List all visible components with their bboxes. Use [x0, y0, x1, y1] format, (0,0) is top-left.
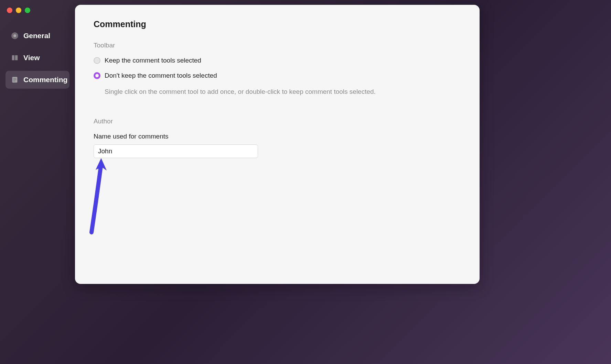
sidebar-item-label: Commenting — [23, 76, 67, 84]
maximize-button[interactable] — [25, 8, 30, 13]
svg-rect-4 — [13, 79, 16, 80]
sidebar-item-label: View — [23, 54, 40, 62]
svg-rect-0 — [12, 55, 14, 60]
svg-rect-3 — [13, 78, 16, 79]
close-button[interactable] — [7, 8, 12, 13]
main-panel: Commenting Toolbar Keep the comment tool… — [75, 5, 480, 284]
radio-indicator — [94, 57, 100, 64]
radio-keep-selected[interactable]: Keep the comment tools selected — [94, 57, 461, 64]
svg-rect-5 — [13, 81, 15, 81]
sidebar-item-commenting[interactable]: Commenting — [6, 71, 69, 89]
author-name-label: Name used for comments — [94, 133, 461, 140]
author-name-input[interactable] — [94, 144, 258, 158]
preferences-window: General View Commenting — [0, 0, 484, 289]
sidebar: General View Commenting — [0, 0, 75, 289]
author-section-heading: Author — [94, 118, 461, 125]
radio-indicator-checked — [94, 72, 100, 79]
sidebar-item-view[interactable]: View — [6, 49, 69, 67]
minimize-button[interactable] — [16, 8, 21, 13]
commenting-icon — [11, 76, 19, 84]
toolbar-section-heading: Toolbar — [94, 42, 461, 49]
radio-description: Single click on the comment tool to add … — [105, 87, 461, 97]
sidebar-item-label: General — [23, 32, 50, 40]
svg-rect-1 — [15, 55, 18, 60]
radio-dont-keep-selected[interactable]: Don't keep the comment tools selected — [94, 72, 461, 79]
view-icon — [11, 54, 19, 62]
general-icon — [11, 32, 19, 40]
radio-label: Keep the comment tools selected — [105, 57, 201, 64]
sidebar-item-general[interactable]: General — [6, 27, 69, 45]
radio-label: Don't keep the comment tools selected — [105, 72, 217, 79]
page-title: Commenting — [94, 19, 461, 29]
window-controls — [7, 8, 30, 13]
